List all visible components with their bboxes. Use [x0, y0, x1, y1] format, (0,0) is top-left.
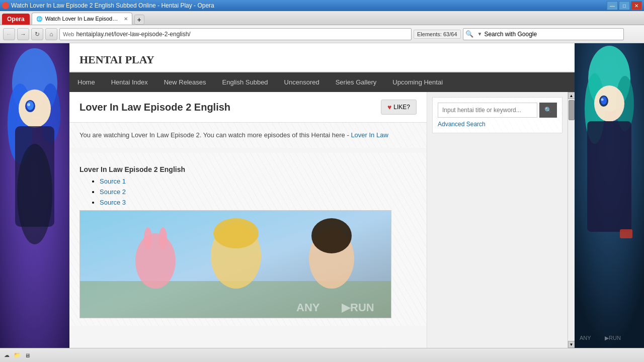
title-bar: Watch Lover In Law Episode 2 English Sub…	[0, 0, 644, 11]
info-box: You are watching Lover In Law Episode 2.…	[69, 123, 427, 148]
like-button[interactable]: ♥ LIKE?	[381, 100, 417, 115]
search-dropdown-button[interactable]: ▼	[475, 31, 485, 37]
main-scrollable[interactable]: Lover In Law Episode 2 English ♥ LIKE? Y…	[69, 92, 427, 348]
site-header: HENTAI PLAY	[69, 43, 575, 72]
forward-button[interactable]: →	[17, 28, 29, 40]
main-column-wrap: HENTAI PLAY Home Hentai Index New Releas…	[69, 43, 575, 348]
page-title: Lover In Law Episode 2 English	[79, 102, 230, 113]
svg-point-7	[27, 103, 30, 106]
nav-home[interactable]: Home	[69, 72, 103, 92]
page-title-bar: Lover In Law Episode 2 English ♥ LIKE?	[69, 92, 427, 123]
window-title: Watch Lover In Law Episode 2 English Sub…	[11, 2, 214, 9]
sidebar-search-box: 🔍 Advanced Search	[432, 97, 562, 133]
left-anime-art	[0, 43, 69, 348]
nav-english-subbed[interactable]: English Subbed	[214, 72, 276, 92]
svg-point-25	[594, 85, 624, 122]
tab-bar: Opera 🌐 Watch Lover In Law Episode 2 Eng…	[0, 11, 644, 25]
info-text: You are watching Lover In Law Episode 2.…	[79, 130, 417, 140]
list-item: Source 3	[100, 199, 417, 206]
scroll-down-arrow[interactable]: ▼	[568, 341, 575, 348]
svg-text:▶RUN: ▶RUN	[605, 335, 621, 341]
list-item: Source 1	[100, 177, 417, 185]
reload-button[interactable]: ↻	[31, 28, 43, 40]
svg-point-16	[213, 218, 259, 248]
svg-rect-29	[587, 121, 631, 232]
maximize-button[interactable]: □	[619, 1, 630, 10]
address-field[interactable]: Web hentaiplay.net/lover-law-episode-2-e…	[59, 28, 412, 40]
left-art-svg	[0, 43, 69, 348]
address-bar: ← → ↻ ⌂ Web hentaiplay.net/lover-law-epi…	[0, 25, 644, 43]
svg-point-12	[135, 233, 176, 289]
app-icon	[2, 2, 9, 9]
video-preview[interactable]: ANY ▶RUN	[79, 210, 391, 318]
scrollbar[interactable]: ▲ ▼	[568, 92, 575, 348]
tab-title: Watch Lover In Law Episode 2 Engl...	[45, 16, 121, 22]
source-3-link[interactable]: Source 3	[100, 199, 126, 206]
active-tab[interactable]: 🌐 Watch Lover In Law Episode 2 Engl... ✕	[32, 13, 132, 25]
opera-label: Opera	[7, 16, 25, 23]
svg-point-13	[144, 227, 152, 249]
right-decoration-panel: ANY ▶RUN	[575, 43, 644, 348]
search-bar[interactable]: 🔍 ▼	[463, 28, 624, 40]
close-button[interactable]: ✕	[631, 1, 642, 10]
nav-upcoming-hentai[interactable]: Upcoming Hentai	[384, 72, 451, 92]
sidebar-search-button[interactable]: 🔍	[539, 103, 557, 118]
back-button[interactable]: ←	[3, 28, 15, 40]
right-anime-art: ANY ▶RUN	[575, 43, 644, 348]
status-folder-icon: 📁	[14, 352, 21, 358]
web-label: Web	[63, 31, 74, 37]
series-link[interactable]: Lover In Law	[351, 131, 388, 139]
new-tab-button[interactable]: +	[134, 15, 144, 25]
svg-text:ANY: ANY	[296, 301, 320, 314]
search-engine-icon[interactable]: 🔍	[463, 30, 475, 38]
nav-uncensored[interactable]: Uncensored	[276, 72, 328, 92]
scroll-up-arrow[interactable]: ▲	[568, 92, 575, 99]
advanced-search-link[interactable]: Advanced Search	[438, 121, 557, 128]
status-left: ☁ 📁 🖥	[4, 352, 30, 358]
svg-point-28	[601, 99, 604, 101]
left-decoration-panel	[0, 43, 69, 348]
svg-point-9	[17, 144, 52, 244]
source-list: Source 1 Source 2 Source 3	[79, 177, 417, 206]
minimize-button[interactable]: —	[607, 1, 618, 10]
svg-rect-30	[620, 229, 632, 238]
episode-box: Lover In Law Episode 2 English Source 1 …	[69, 153, 427, 326]
nav-hentai-index[interactable]: Hentai Index	[103, 72, 156, 92]
home-button[interactable]: ⌂	[45, 28, 57, 40]
heart-icon: ♥	[387, 103, 391, 111]
browser-viewport: HENTAI PLAY Home Hentai Index New Releas…	[0, 43, 644, 348]
preview-svg: ANY ▶RUN	[80, 211, 391, 318]
right-art-svg: ANY ▶RUN	[575, 43, 644, 348]
list-item: Source 2	[100, 188, 417, 196]
content-sidebar-wrap: Lover In Law Episode 2 English ♥ LIKE? Y…	[69, 92, 575, 348]
sidebar-search-input[interactable]	[438, 103, 537, 118]
svg-point-18	[311, 218, 352, 253]
tab-close-button[interactable]: ✕	[124, 16, 128, 22]
svg-point-14	[159, 227, 167, 249]
url-display: hentaiplay.net/lover-law-episode-2-engli…	[76, 31, 408, 38]
nav-new-releases[interactable]: New Releases	[156, 72, 214, 92]
site-title: HENTAI PLAY	[79, 53, 565, 66]
svg-text:▶RUN: ▶RUN	[342, 301, 374, 314]
source-2-link[interactable]: Source 2	[100, 188, 126, 196]
like-label: LIKE?	[393, 104, 410, 111]
elements-counter: Elements: 63/64	[414, 30, 461, 39]
scroll-thumb[interactable]	[569, 100, 575, 120]
source-1-link[interactable]: Source 1	[100, 177, 126, 185]
status-monitor-icon: 🖥	[25, 352, 30, 358]
nav-series-gallery[interactable]: Series Gallery	[328, 72, 385, 92]
tab-favicon: 🌐	[36, 16, 42, 22]
search-input[interactable]	[484, 31, 623, 38]
sidebar-search-row: 🔍	[438, 103, 557, 118]
status-cloud-icon: ☁	[4, 352, 10, 358]
status-bar: ☁ 📁 🖥	[0, 348, 644, 362]
svg-text:ANY: ANY	[580, 335, 591, 341]
opera-menu-button[interactable]: Opera	[2, 14, 30, 25]
episode-title: Lover In Law Episode 2 English	[79, 165, 417, 173]
navigation-bar: Home Hentai Index New Releases English S…	[69, 72, 575, 92]
sidebar: 🔍 Advanced Search	[427, 92, 568, 348]
